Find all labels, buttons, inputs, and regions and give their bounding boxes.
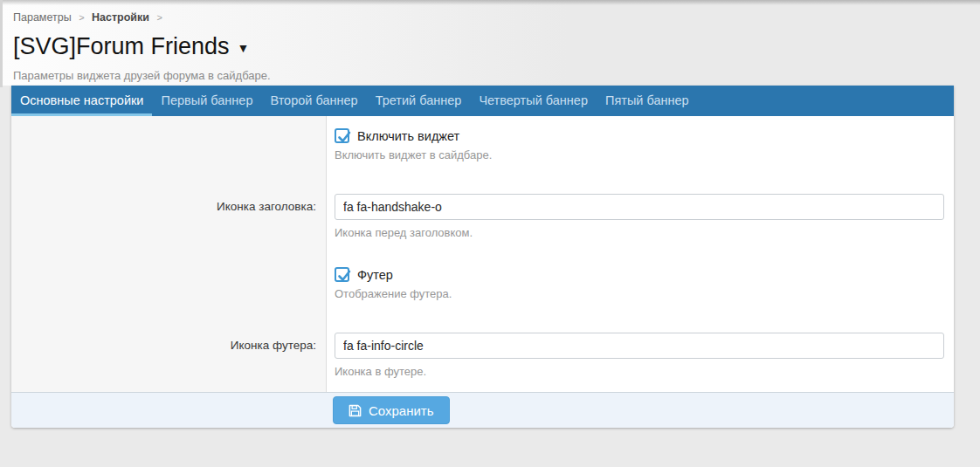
enable-widget-hint: Включить виджет в сайдбаре. — [335, 148, 954, 161]
header-icon-input[interactable] — [335, 194, 944, 220]
page-title[interactable]: [SVG]Forum Friends ▼ — [13, 31, 249, 61]
footer-toggle-checkbox-line[interactable]: Футер — [335, 267, 393, 282]
option-row-header-icon: Иконка заголовка: Иконка перед заголовко… — [11, 194, 954, 239]
tab-banner-5[interactable]: Пятый баннер — [597, 86, 698, 116]
footer-icon-hint: Иконка в футере. — [335, 365, 954, 378]
save-button-label: Сохранить — [369, 403, 434, 418]
breadcrumb-separator: > — [79, 12, 84, 23]
form-footer-bar: Сохранить — [11, 392, 954, 428]
option-control-cell: Иконка перед заголовком. — [326, 194, 954, 239]
option-label-cell — [11, 128, 326, 161]
settings-card: Основные настройки Первый баннер Второй … — [11, 86, 954, 428]
footer-icon-input[interactable] — [335, 333, 944, 359]
page-header: Параметры > Настройки > [SVG]Forum Frien… — [0, 0, 980, 86]
footer-icon-label: Иконка футера: — [11, 333, 326, 378]
options-form: Включить виджет Включить виджет в сайдба… — [11, 116, 954, 392]
option-control-cell: Иконка в футере. — [326, 333, 954, 378]
tab-banner-2[interactable]: Второй баннер — [261, 86, 366, 116]
save-button[interactable]: Сохранить — [333, 396, 450, 424]
page-left-edge — [0, 0, 3, 87]
tab-bar: Основные настройки Первый баннер Второй … — [11, 86, 954, 116]
option-control-cell: Футер Отображение футера. — [326, 267, 954, 300]
enable-widget-label: Включить виджет — [357, 129, 459, 143]
tab-main-settings[interactable]: Основные настройки — [11, 86, 152, 116]
option-row-footer-toggle: Футер Отображение футера. — [11, 267, 954, 300]
page-title-text: [SVG]Forum Friends — [13, 33, 230, 59]
option-label-cell — [11, 267, 326, 300]
tab-banner-1[interactable]: Первый баннер — [152, 86, 261, 116]
tab-banner-3[interactable]: Третий баннер — [367, 86, 471, 116]
breadcrumb-item-parameters[interactable]: Параметры — [13, 11, 72, 24]
checkbox-checked-icon[interactable] — [335, 128, 349, 143]
footer-toggle-label: Футер — [357, 268, 393, 282]
floppy-disk-icon — [349, 404, 362, 417]
title-dropdown-arrow-icon[interactable]: ▼ — [238, 31, 250, 61]
footer-toggle-hint: Отображение футера. — [335, 287, 954, 300]
option-row-enable-widget: Включить виджет Включить виджет в сайдба… — [11, 128, 954, 161]
header-icon-hint: Иконка перед заголовком. — [335, 226, 954, 239]
checkbox-checked-icon[interactable] — [335, 267, 349, 282]
tab-banner-4[interactable]: Четвертый баннер — [470, 86, 597, 116]
breadcrumb-separator: > — [156, 12, 162, 23]
breadcrumb-item-settings[interactable]: Настройки — [92, 11, 149, 24]
breadcrumb: Параметры > Настройки > — [13, 11, 980, 24]
page-subtitle: Параметры виджета друзей форума в сайдба… — [13, 69, 980, 82]
enable-widget-checkbox-line[interactable]: Включить виджет — [335, 128, 459, 143]
header-icon-label: Иконка заголовка: — [11, 194, 326, 239]
option-row-footer-icon: Иконка футера: Иконка в футере. — [11, 333, 954, 378]
option-control-cell: Включить виджет Включить виджет в сайдба… — [326, 128, 954, 161]
